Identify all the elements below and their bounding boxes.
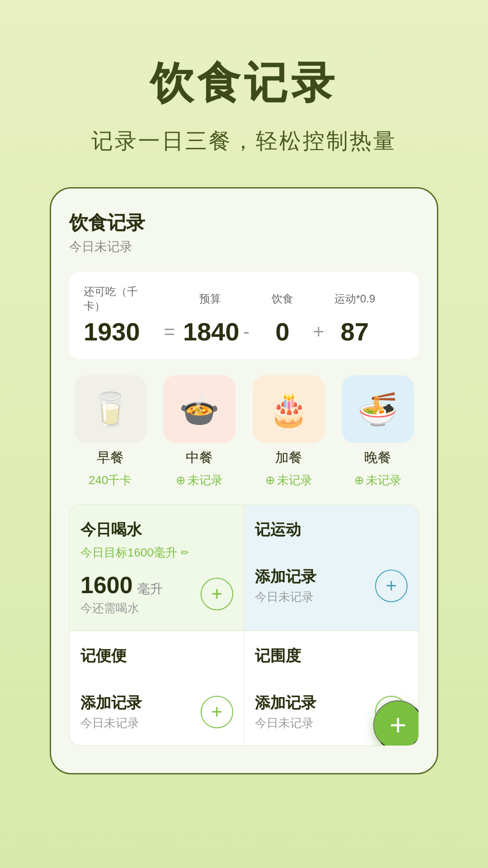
budget-value: 1840 (183, 317, 237, 346)
exercise-value-row: 添加记录 今日未记录 + (255, 566, 408, 605)
meal-icon-snack: 🎂 (253, 375, 325, 443)
exercise-value: 87 (328, 317, 382, 346)
calorie-section: 还可吃（千卡） 预算 饮食 运动*0.9 1930 = 1840 - 0 + 8… (69, 272, 419, 359)
meal-item-dinner[interactable]: 🍜 晚餐 ⊕ 未记录 (337, 375, 419, 488)
pencil-icon[interactable]: ✏ (181, 547, 189, 559)
lunch-name: 中餐 (186, 448, 213, 467)
breakfast-calories: 240千卡 (89, 472, 131, 488)
snack-add-icon: ⊕ (265, 473, 275, 487)
stool-cell: 记便便 添加记录 今日未记录 + (70, 631, 244, 745)
fab-add-button[interactable]: + (373, 700, 419, 746)
water-value-row: 1600 毫升 今还需喝水 + (80, 571, 233, 616)
girth-cell: 记围度 添加记录 今日未记录 + + (244, 631, 418, 745)
snack-name: 加餐 (275, 448, 302, 467)
page-main-title: 饮食记录 (150, 54, 338, 113)
meal-icon-dinner: 🍜 (342, 375, 414, 443)
water-target: 今日目标1600毫升 ✏ (80, 545, 233, 561)
girth-title: 记围度 (255, 646, 408, 666)
breakfast-icon: 🥛 (90, 390, 131, 429)
breakfast-name: 早餐 (97, 448, 124, 467)
remaining-label: 还可吃（千卡） (84, 284, 156, 313)
girth-add-desc: 今日未记录 (255, 715, 316, 731)
lunch-add-icon: ⊕ (176, 473, 186, 487)
water-title: 今日喝水 (80, 519, 233, 540)
dinner-add-icon: ⊕ (354, 473, 364, 487)
main-card: 饮食记录 今日未记录 还可吃（千卡） 预算 饮食 运动*0.9 1930 = 1… (50, 187, 438, 774)
water-target-text: 今日目标1600毫升 (80, 545, 177, 561)
snack-icon: 🎂 (268, 390, 309, 429)
calorie-labels-row: 还可吃（千卡） 预算 饮食 运动*0.9 (84, 284, 404, 313)
card-title: 饮食记录 (69, 210, 419, 236)
exercise-cell: 记运动 添加记录 今日未记录 + (244, 505, 418, 631)
dinner-name: 晚餐 (364, 448, 391, 467)
lunch-icon: 🍲 (179, 390, 220, 429)
exercise-add-button[interactable]: + (375, 570, 408, 602)
card-subtitle-status: 今日未记录 (69, 238, 419, 255)
stool-add-desc: 今日未记录 (80, 715, 142, 731)
girth-add-block: 添加记录 今日未记录 (255, 693, 316, 731)
meal-item-snack[interactable]: 🎂 加餐 ⊕ 未记录 (248, 375, 330, 488)
dinner-icon: 🍜 (357, 390, 398, 429)
exercise-add-label: 添加记录 (255, 566, 316, 587)
meal-icon-lunch: 🍲 (163, 375, 235, 443)
equals-sign: = (156, 321, 183, 343)
food-value: 0 (255, 317, 310, 346)
meal-item-breakfast[interactable]: 🥛 早餐 240千卡 (69, 375, 151, 488)
water-desc: 今还需喝水 (80, 600, 163, 616)
minus-sign: - (237, 321, 255, 343)
page-background: 饮食记录 记录一日三餐，轻松控制热量 饮食记录 今日未记录 还可吃（千卡） 预算… (0, 0, 488, 868)
info-grid-wrapper: 今日喝水 今日目标1600毫升 ✏ 1600 毫升 今还需喝水 + (69, 505, 419, 746)
meals-section: 🥛 早餐 240千卡 🍲 中餐 ⊕ 未记录 🎂 (69, 375, 419, 488)
stool-add-label: 添加记录 (80, 693, 142, 713)
meal-icon-breakfast: 🥛 (74, 375, 146, 443)
exercise-title: 记运动 (255, 519, 408, 540)
water-value-block: 1600 毫升 今还需喝水 (80, 571, 163, 616)
stool-title: 记便便 (80, 646, 233, 666)
exercise-label: 运动*0.9 (328, 292, 382, 306)
calorie-values-row: 1930 = 1840 - 0 + 87 (84, 317, 404, 346)
page-subtitle: 记录一日三餐，轻松控制热量 (91, 127, 397, 156)
water-unit: 毫升 (137, 582, 163, 596)
plus-sign: + (310, 321, 328, 343)
water-cell: 今日喝水 今日目标1600毫升 ✏ 1600 毫升 今还需喝水 + (70, 505, 244, 631)
stool-add-button[interactable]: + (201, 696, 233, 728)
water-add-button[interactable]: + (201, 578, 233, 610)
snack-status: ⊕ 未记录 (265, 472, 312, 488)
lunch-status: ⊕ 未记录 (176, 472, 223, 488)
stool-value-row: 添加记录 今日未记录 + (80, 693, 233, 731)
exercise-add-desc: 今日未记录 (255, 589, 316, 605)
water-value: 1600 (80, 572, 133, 598)
girth-add-label: 添加记录 (255, 693, 316, 713)
exercise-add-block: 添加记录 今日未记录 (255, 566, 316, 605)
remaining-value: 1930 (84, 317, 156, 346)
dinner-status: ⊕ 未记录 (354, 472, 401, 488)
card-header: 饮食记录 今日未记录 (69, 210, 419, 255)
budget-label: 预算 (183, 292, 237, 306)
meal-item-lunch[interactable]: 🍲 中餐 ⊕ 未记录 (159, 375, 241, 488)
food-label: 饮食 (255, 292, 310, 306)
stool-add-block: 添加记录 今日未记录 (80, 693, 142, 731)
